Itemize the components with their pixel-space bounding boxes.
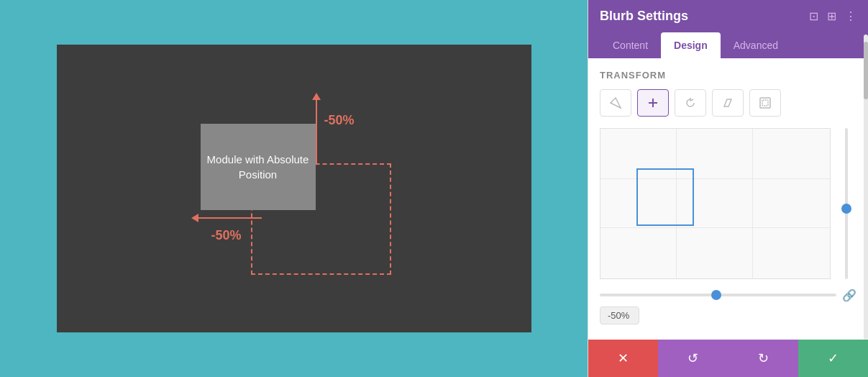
arrow-left-label: -50% xyxy=(211,228,242,243)
columns-icon[interactable]: ⊞ xyxy=(827,9,836,23)
scrollbar-track xyxy=(864,35,868,340)
v-slider-thumb[interactable] xyxy=(841,204,851,214)
arrow-up-label: -50% xyxy=(324,113,355,128)
panel-content: Transform xyxy=(588,58,868,340)
h-slider-thumb[interactable] xyxy=(711,290,721,300)
reset-button[interactable]: ↺ xyxy=(658,340,728,377)
reset-icon: ↺ xyxy=(687,350,698,366)
arrow-up-indicator xyxy=(316,99,317,163)
transform-scale-btn[interactable] xyxy=(749,89,781,117)
dark-canvas: -50% -50% Module with Absolute Position xyxy=(57,45,531,332)
vertical-slider[interactable]: -50% xyxy=(836,128,856,279)
horizontal-slider[interactable] xyxy=(600,288,836,302)
horizontal-slider-row: 🔗 xyxy=(600,288,856,302)
section-transform-label: Transform xyxy=(600,70,856,81)
tab-advanced[interactable]: Advanced xyxy=(721,32,791,58)
transform-visual-area: -50% xyxy=(600,128,856,279)
panel-title: Blurb Settings xyxy=(600,9,688,24)
panel-header: Blurb Settings ⊡ ⊞ ⋮ xyxy=(588,0,868,32)
transform-move-btn[interactable] xyxy=(600,89,631,117)
v-slider-track xyxy=(845,128,848,279)
more-options-icon[interactable]: ⋮ xyxy=(845,9,856,23)
panel-header-icons: ⊡ ⊞ ⋮ xyxy=(809,9,856,23)
save-button[interactable]: ✓ xyxy=(798,340,868,377)
module-label: Module with Absolute Position xyxy=(201,152,316,182)
svg-rect-2 xyxy=(760,98,770,108)
h-slider-track xyxy=(600,294,836,296)
tab-content[interactable]: Content xyxy=(600,32,661,58)
module-block: Module with Absolute Position xyxy=(201,124,316,210)
transform-rotate-btn[interactable] xyxy=(675,89,706,117)
transform-icons-row xyxy=(600,89,856,117)
arrow-left-indicator xyxy=(197,217,262,219)
tab-design[interactable]: Design xyxy=(661,32,721,58)
value-input-row: -50% xyxy=(600,306,856,324)
save-icon: ✓ xyxy=(828,350,839,366)
canvas-area: -50% -50% Module with Absolute Position xyxy=(0,0,588,377)
cancel-icon: ✕ xyxy=(618,350,629,366)
transform-skew-btn[interactable] xyxy=(712,89,744,117)
module-preview-box xyxy=(636,168,694,226)
settings-panel: Blurb Settings ⊡ ⊞ ⋮ Content Design Adva… xyxy=(588,0,868,377)
cancel-button[interactable]: ✕ xyxy=(588,340,658,377)
h-slider-value-badge[interactable]: -50% xyxy=(600,306,639,324)
redo-icon: ↻ xyxy=(758,350,769,366)
panel-tabs: Content Design Advanced xyxy=(588,32,868,58)
redo-button[interactable]: ↻ xyxy=(728,340,798,377)
transform-add-btn[interactable] xyxy=(637,89,669,117)
scrollbar-thumb[interactable] xyxy=(864,42,868,99)
link-icon[interactable]: 🔗 xyxy=(842,289,856,302)
svg-rect-3 xyxy=(762,100,768,106)
panel-footer: ✕ ↺ ↻ ✓ xyxy=(588,340,868,377)
transform-grid xyxy=(600,128,831,279)
fullscreen-icon[interactable]: ⊡ xyxy=(809,9,818,23)
